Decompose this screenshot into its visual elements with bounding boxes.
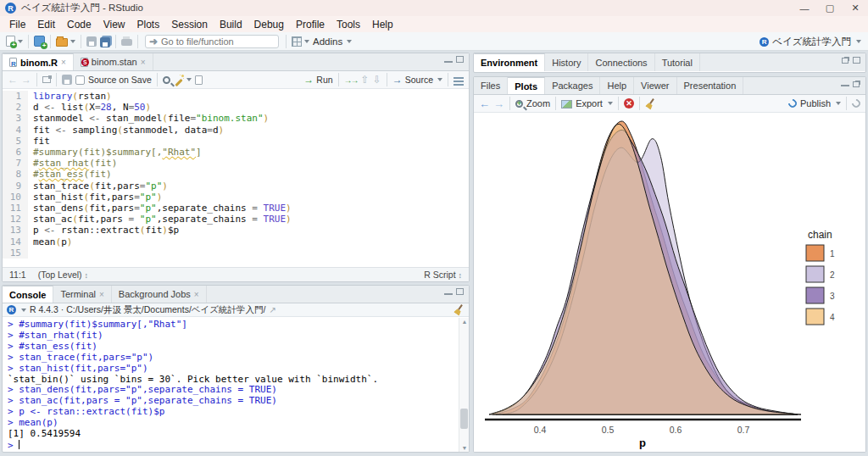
maximize-pane-icon[interactable] [456, 56, 464, 63]
console-prompt[interactable]: > [8, 440, 459, 452]
close-tab-icon[interactable]: × [61, 58, 66, 67]
code-editor[interactable]: 1library(rstan)2d <- list(X=28, N=50)3st… [3, 91, 469, 267]
source-on-save-label: Source on Save [88, 75, 152, 85]
nav-forward-button[interactable]: → [19, 74, 33, 86]
pane-tab-viewer[interactable]: Viewer [634, 77, 676, 94]
menu-item-profile[interactable]: Profile [290, 17, 331, 32]
menu-item-code[interactable]: Code [61, 17, 97, 32]
minimize-pane-icon[interactable] [841, 85, 849, 86]
project-icon: R [760, 37, 769, 47]
minimize-button[interactable]: — [792, 3, 817, 14]
goto-file-function-box[interactable]: ➜ [145, 35, 279, 48]
close-tab-icon[interactable]: × [194, 290, 199, 299]
maximize-pane-icon[interactable] [456, 288, 464, 295]
pane-tab-environment[interactable]: Environment [474, 53, 545, 71]
console-tab-console[interactable]: Console [3, 286, 53, 303]
new-project-button[interactable] [32, 35, 47, 47]
scrollbar-thumb[interactable] [460, 409, 468, 429]
scope-selector[interactable]: (Top Level) ↕ [38, 270, 88, 280]
pane-tab-help[interactable]: Help [600, 77, 634, 94]
refresh-plots-button[interactable] [850, 98, 862, 108]
pane-tab-plots[interactable]: Plots [508, 77, 545, 94]
publish-button[interactable]: Publish [787, 97, 843, 109]
forward-icon: → [21, 75, 31, 85]
previous-plot-button[interactable]: ← [477, 97, 492, 111]
editor-tab-binom-r[interactable]: Rbinom.R× [3, 53, 74, 70]
panes-layout-button[interactable] [290, 36, 311, 47]
environment-pane: EnvironmentHistoryConnectionsTutorial [473, 53, 866, 73]
console-scrollbar[interactable]: ▲ ▼ [459, 318, 469, 452]
print-button[interactable] [120, 36, 134, 47]
goto-file-function-input[interactable] [161, 36, 263, 47]
tab-label: Help [607, 81, 626, 91]
doc-type-selector[interactable]: R Script ↕ [424, 270, 462, 280]
minimize-pane-icon[interactable] [444, 61, 453, 63]
save-button[interactable] [85, 36, 98, 47]
restore-pane-icon[interactable] [853, 81, 860, 87]
menu-item-debug[interactable]: Debug [248, 17, 290, 32]
open-file-button[interactable] [54, 35, 77, 47]
scroll-up-icon[interactable]: ▲ [459, 319, 470, 325]
clear-console-icon[interactable] [453, 304, 465, 315]
export-plot-button[interactable]: Export [559, 97, 615, 109]
legend-swatch-chain-2 [806, 266, 824, 282]
outline-button[interactable] [452, 74, 465, 86]
menu-item-file[interactable]: File [3, 17, 31, 32]
addins-button[interactable]: Addins [311, 36, 353, 47]
clear-plots-button[interactable] [643, 97, 658, 110]
close-tab-icon[interactable]: × [141, 58, 146, 67]
code-line-12: 12stan_ac(fit,pars = "p",separate_chains… [3, 214, 469, 225]
rerun-button[interactable]: →→ [342, 75, 359, 86]
tab-label: Presentation [684, 81, 737, 91]
compile-report-button[interactable] [193, 75, 204, 86]
maximize-button[interactable]: ▢ [817, 3, 843, 14]
pane-tab-connections[interactable]: Connections [588, 53, 654, 71]
tab-label: Packages [552, 81, 593, 91]
pane-tab-history[interactable]: History [545, 53, 588, 71]
code-line-8: 8#stan_ess(fit) [3, 169, 469, 180]
run-button[interactable]: →Run [302, 73, 334, 86]
console-line: > stan_hist(fit,pars="p") [8, 364, 459, 375]
code-line-11: 11stan_dens(fit,pars="p",separate_chains… [3, 203, 469, 214]
restore-pane-icon[interactable] [842, 58, 849, 64]
source-on-save-checkbox[interactable]: Source on Save [74, 74, 153, 86]
menu-item-edit[interactable]: Edit [31, 17, 61, 32]
popout-button[interactable] [41, 75, 53, 84]
new-file-button[interactable]: + [4, 35, 25, 47]
menu-item-session[interactable]: Session [165, 17, 214, 32]
minimize-pane-icon[interactable] [444, 293, 453, 295]
editor-tab-binom-stan[interactable]: Sbinom.stan× [74, 53, 153, 70]
pane-tab-tutorial[interactable]: Tutorial [655, 53, 700, 71]
menu-item-plots[interactable]: Plots [131, 17, 166, 32]
menu-item-help[interactable]: Help [366, 17, 399, 32]
menu-item-tools[interactable]: Tools [331, 17, 366, 32]
menu-item-build[interactable]: Build [214, 17, 248, 32]
find-replace-button[interactable] [161, 75, 172, 85]
run-previous-button[interactable]: ⇧ [359, 74, 371, 86]
save-all-button[interactable] [98, 35, 112, 48]
r-doc-icon: R [9, 58, 17, 67]
run-next-button[interactable]: ⇩ [371, 74, 383, 86]
line-number: 11 [3, 203, 28, 214]
source-button[interactable]: →Source [391, 73, 444, 86]
console-tab-terminal[interactable]: Terminal× [53, 286, 111, 303]
save-source-button[interactable] [60, 74, 74, 86]
nav-back-button[interactable]: ← [6, 74, 19, 86]
pane-tab-packages[interactable]: Packages [545, 77, 600, 94]
project-selector[interactable]: R ベイズ統計学入門 [760, 32, 861, 51]
pane-tab-presentation[interactable]: Presentation [677, 77, 744, 94]
open-directory-icon[interactable]: ↗ [269, 305, 275, 314]
zoom-plot-button[interactable]: Zoom [514, 97, 552, 109]
console-tab-background-jobs[interactable]: Background Jobs× [112, 286, 207, 303]
code-tools-button[interactable] [172, 74, 193, 86]
project-label: ベイズ統計学入門 [772, 36, 851, 48]
console-output[interactable]: > #summary(fit)$summary[,"Rhat"]> #stan_… [3, 318, 459, 452]
menu-item-view[interactable]: View [97, 17, 131, 32]
pane-tab-files[interactable]: Files [474, 77, 508, 94]
scroll-down-icon[interactable]: ▼ [459, 445, 470, 451]
close-button[interactable]: ✕ [843, 3, 868, 14]
next-plot-button[interactable]: → [492, 97, 506, 111]
maximize-pane-icon[interactable] [853, 57, 860, 64]
close-tab-icon[interactable]: × [99, 290, 104, 299]
remove-plot-button[interactable]: ✕ [622, 97, 636, 109]
